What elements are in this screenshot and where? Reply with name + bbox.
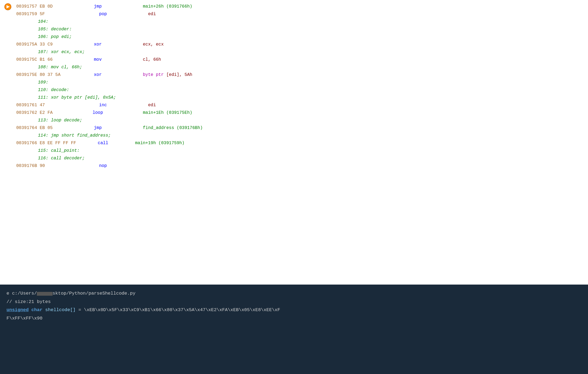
op-1: main+26h (0391766h) <box>119 3 192 10</box>
op-2: edi <box>125 10 156 18</box>
keyword-char: char <box>31 307 43 312</box>
keyword-unsigned: unsigned <box>7 307 29 312</box>
comment-109: 109: <box>16 79 583 86</box>
asm-line-3: 0039175A 33 C9 xor ecx, ecx <box>16 41 583 48</box>
mnem-5: xor <box>76 71 119 79</box>
mnem-10: nop <box>81 162 125 170</box>
op-9: main+19h (0391759h) <box>125 139 185 147</box>
comment-111: 111: xor byte ptr [edi], 0x5A; <box>16 94 583 101</box>
mnem-2: pop <box>81 10 125 18</box>
comment-116: 116: call decoder; <box>16 154 583 162</box>
op-8: find_address (039176Bh) <box>119 124 203 132</box>
comment-107: 107: xor ecx, ecx; <box>16 48 583 56</box>
mnem-9: call <box>81 139 125 147</box>
op-6: edi <box>125 101 156 109</box>
asm-line-8: 00391764 EB 05 jmp find_address (039176B… <box>16 124 583 132</box>
output-line4: F\xFF\xFF\x90 <box>7 314 581 323</box>
op-7: main+1Eh (039175Eh) <box>119 109 192 117</box>
addr-2: 00391759 5F <box>16 10 81 18</box>
addr-7: 00391762 E2 FA <box>16 109 76 117</box>
mnem-7: loop <box>76 109 119 117</box>
asm-line-10: 0039176B 90 nop <box>16 162 583 170</box>
comment-115: 115: call_point: <box>16 147 583 154</box>
addr-10: 0039176B 90 <box>16 162 81 170</box>
asm-line-2: 00391759 5F pop edi <box>16 10 583 18</box>
op-4: cl, 66h <box>119 56 161 63</box>
mnem-4: mov <box>76 56 119 63</box>
op-equals: = <box>78 307 81 312</box>
mnem-1: jmp <box>76 3 119 10</box>
asm-line-5: 0039175E 80 37 5A xor byte ptr [edi], 5A… <box>16 71 583 79</box>
asm-line-7: 00391762 E2 FA loop main+1Eh (039175Eh) <box>16 109 583 117</box>
output-line3: unsigned char shellcode[] = \xEB\x0D\x5F… <box>7 306 581 314</box>
asm-line-4: 0039175C B1 66 mov cl, 66h <box>16 56 583 63</box>
current-line-arrow <box>4 3 12 11</box>
asm-line-6: 00391761 47 inc edi <box>16 101 583 109</box>
addr-4: 0039175C B1 66 <box>16 56 76 63</box>
asm-line-9: 00391766 E8 EE FF FF FF call main+19h (0… <box>16 139 583 147</box>
bottom-output-bar: e c:/Users/████████sktop/Python/parseShe… <box>0 285 588 374</box>
var-shellcode: shellcode[] <box>45 307 76 312</box>
comment-108: 108: mov cl, 66h; <box>16 63 583 71</box>
addr-8: 00391764 EB 05 <box>16 124 76 132</box>
addr-9: 00391766 E8 EE FF FF FF <box>16 139 81 147</box>
comment-106: 106: pop edi; <box>16 33 583 41</box>
mnem-3: xor <box>76 41 119 48</box>
op-prefix-5: byte ptr <box>119 71 166 79</box>
output-line2: // size:21 bytes <box>7 298 581 306</box>
op-3: ecx, ecx <box>119 41 164 48</box>
comment-104: 104: <box>16 18 583 25</box>
comment-105: 105: decoder: <box>16 25 583 33</box>
addr-5: 0039175E 80 37 5A <box>16 71 76 79</box>
addr-1: 00391757 EB 0D <box>16 3 76 10</box>
addr-3: 0039175A 33 C9 <box>16 41 76 48</box>
op-5: [edi], 5Ah <box>166 71 192 79</box>
addr-6: 00391761 47 <box>16 101 81 109</box>
comment-110: 110: decode: <box>16 86 583 94</box>
comment-114: 114: jmp short find_address; <box>16 132 583 139</box>
mnem-8: jmp <box>76 124 119 132</box>
comment-113: 113: loop decode; <box>16 117 583 124</box>
output-line1: e c:/Users/████████sktop/Python/parseShe… <box>7 289 581 298</box>
mnem-6: inc <box>81 101 125 109</box>
disassembly-panel: 00391757 EB 0D jmp main+26h (0391766h) 0… <box>0 0 588 285</box>
hex-values: \xEB\x0D\x5F\x33\xC9\xB1\x66\x80\x37\x5A… <box>84 307 280 312</box>
asm-line-1: 00391757 EB 0D jmp main+26h (0391766h) <box>16 3 583 10</box>
